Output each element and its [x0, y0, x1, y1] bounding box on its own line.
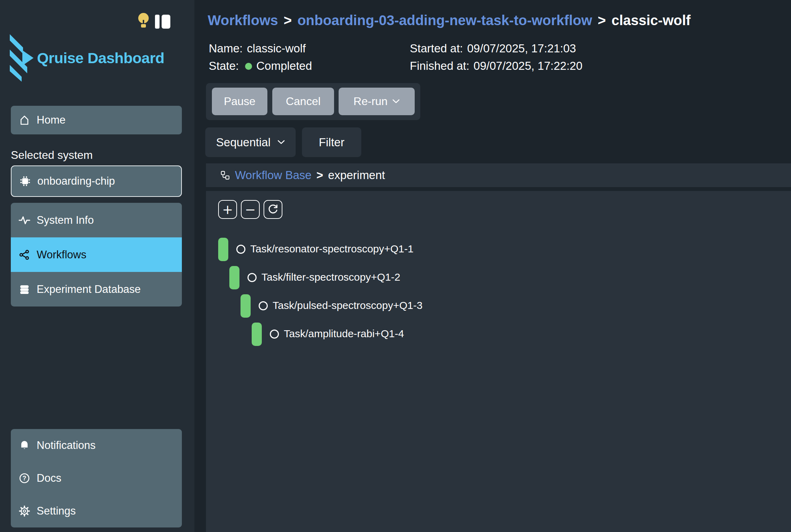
sidebar-item-label: Workflows	[37, 249, 86, 261]
zoom-out-button[interactable]: −	[241, 200, 260, 219]
home-icon	[18, 114, 31, 126]
zoom-reset-icon	[267, 204, 279, 215]
selected-system-name: onboarding-chip	[37, 175, 115, 187]
task-status-bar	[241, 294, 251, 318]
app-logo: Qruise Dashboard	[10, 34, 164, 82]
sidebar-footer: Notifications ? Docs	[11, 429, 182, 527]
run-state-value: Completed	[256, 59, 312, 72]
experiment-database-icon	[18, 283, 31, 295]
task-status-bar	[252, 323, 262, 346]
rerun-label: Re-run	[354, 95, 388, 108]
sidebar-item-label: Docs	[37, 472, 61, 485]
task-port-icon	[247, 273, 257, 282]
zoom-reset-button[interactable]	[264, 200, 282, 219]
task-label: Task/filter-spectroscopy+Q1-2	[261, 271, 400, 283]
task-label: Task/resonator-spectroscopy+Q1-1	[250, 243, 414, 255]
flow-breadcrumb-bar: Workflow Base > experiment	[206, 163, 791, 187]
task-status-bar	[229, 266, 239, 289]
run-name-line: Name:classic-wolf	[209, 41, 306, 56]
cancel-button[interactable]: Cancel	[272, 88, 334, 115]
settings-icon	[18, 505, 31, 517]
sidebar-item-label: System Info	[37, 214, 94, 227]
chevron-down-icon	[392, 99, 400, 104]
run-finished-value: 09/07/2025, 17:22:20	[474, 59, 583, 72]
task-label: Task/pulsed-spectroscopy+Q1-3	[273, 300, 422, 311]
run-finished-label: Finished at:	[410, 59, 470, 72]
canvas-zoom-controls: + −	[218, 200, 282, 219]
breadcrumb-workflows-link[interactable]: Workflows	[208, 13, 278, 28]
run-started-label: Started at:	[410, 42, 463, 55]
sidebar-toggle-icon[interactable]	[155, 15, 170, 29]
sidebar-item-experiment-database[interactable]: Experiment Database	[11, 272, 182, 306]
sidebar-item-settings[interactable]: Settings	[11, 495, 182, 527]
sidebar-item-label: Settings	[37, 505, 76, 517]
workflow-base-icon	[220, 170, 230, 180]
sidebar-item-label: Notifications	[37, 439, 96, 452]
chevron-down-icon	[278, 140, 285, 145]
zoom-out-icon: −	[245, 203, 256, 216]
zoom-in-button[interactable]: +	[218, 200, 237, 219]
selected-system-label: Selected system	[11, 149, 93, 162]
workflow-canvas[interactable]: + − Task/resonator-spectroscopy+Q1-1 Tas…	[206, 191, 791, 532]
chip-icon	[19, 175, 32, 187]
task-label: Task/amplitude-rabi+Q1-4	[284, 328, 404, 340]
filter-button[interactable]: Filter	[302, 127, 361, 157]
docs-icon: ?	[18, 472, 31, 484]
task-status-bar	[218, 238, 228, 261]
task-port-icon	[270, 330, 279, 339]
sidebar-nav: System Info Workflows Experiment Databas…	[11, 203, 182, 306]
run-state-label: State:	[209, 59, 239, 72]
breadcrumb-current: classic-wolf	[612, 13, 691, 28]
breadcrumb-separator: >	[598, 13, 606, 28]
flow-breadcrumb-separator: >	[316, 169, 323, 182]
run-name-label: Name:	[209, 42, 243, 55]
run-started-line: Started at:09/07/2025, 17:21:03	[410, 41, 576, 56]
logo-mark-icon	[10, 34, 34, 82]
run-finished-line: Finished at:09/07/2025, 17:22:20	[410, 59, 583, 73]
selected-system-button[interactable]: onboarding-chip	[11, 165, 182, 197]
run-name-value: classic-wolf	[247, 42, 306, 55]
workflows-icon	[18, 249, 31, 261]
rerun-button[interactable]: Re-run	[339, 88, 415, 115]
breadcrumb: Workflows>onboarding-03-adding-new-task-…	[208, 13, 690, 28]
task-port-icon	[259, 301, 268, 310]
flow-breadcrumb-base-link[interactable]: Workflow Base	[235, 169, 311, 182]
layout-mode-label: Sequential	[216, 136, 271, 149]
run-started-value: 09/07/2025, 17:21:03	[467, 42, 576, 55]
sidebar-item-docs[interactable]: ? Docs	[11, 462, 182, 495]
lightbulb-icon[interactable]	[138, 13, 149, 29]
sidebar-item-label: Experiment Database	[37, 283, 141, 296]
pause-button[interactable]: Pause	[212, 88, 267, 115]
run-state-line: State:Completed	[209, 59, 312, 73]
svg-text:?: ?	[23, 475, 27, 482]
state-dot	[245, 63, 252, 70]
sidebar-item-label: Home	[37, 114, 66, 126]
system-info-icon	[18, 214, 31, 227]
task-port-icon	[236, 245, 245, 254]
sidebar-item-home[interactable]: Home	[11, 106, 182, 134]
breadcrumb-separator: >	[284, 13, 292, 28]
sidebar-item-system-info[interactable]: System Info	[11, 203, 182, 237]
zoom-in-icon: +	[222, 203, 233, 216]
sidebar-item-workflows[interactable]: Workflows	[11, 237, 182, 272]
main-content: Workflows>onboarding-03-adding-new-task-…	[194, 0, 791, 532]
sidebar: Qruise Dashboard Home Selected system on…	[0, 0, 194, 532]
layout-mode-dropdown[interactable]: Sequential	[205, 127, 296, 157]
notifications-icon	[18, 439, 31, 451]
app-title: Qruise Dashboard	[37, 50, 164, 67]
run-action-panel: Pause Cancel Re-run	[206, 83, 420, 120]
breadcrumb-workflow-link[interactable]: onboarding-03-adding-new-task-to-workflo…	[297, 13, 592, 28]
flow-breadcrumb-current: experiment	[328, 169, 385, 182]
sidebar-item-notifications[interactable]: Notifications	[11, 429, 182, 462]
